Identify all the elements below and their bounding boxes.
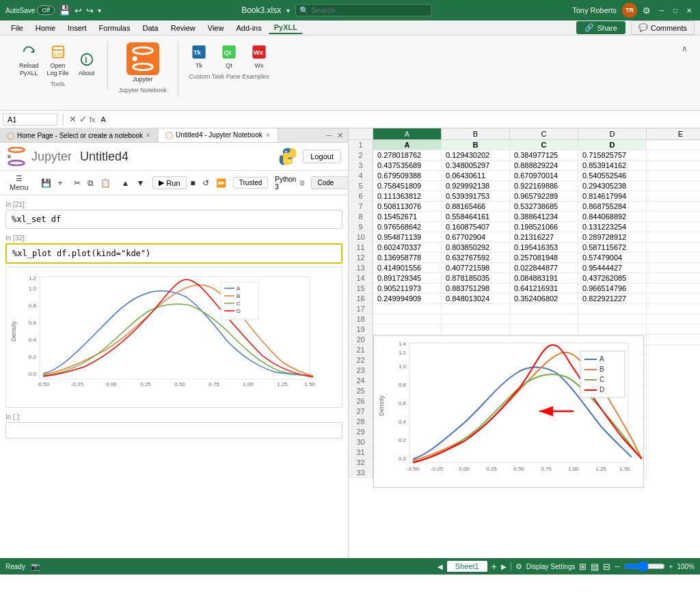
wx-button[interactable]: Wx Wx: [247, 41, 271, 70]
cell-data[interactable]: 0.822921227: [578, 294, 647, 304]
jupyter-notebook-tab[interactable]: ◯ Untitled4 - Jupyter Notebook ✕: [159, 128, 278, 142]
cell-data[interactable]: [647, 243, 700, 253]
zoom-out-icon[interactable]: ─: [615, 563, 619, 570]
cell-data[interactable]: [647, 212, 700, 222]
cell-data[interactable]: 0.905211973: [373, 283, 442, 294]
window-controls[interactable]: ─ □ ✕: [656, 5, 695, 16]
col-header-E[interactable]: E: [647, 128, 700, 139]
cell-data[interactable]: 0.388641234: [510, 212, 578, 222]
cell-data[interactable]: [647, 283, 700, 294]
cell-data[interactable]: [647, 150, 700, 161]
cell-data[interactable]: 0.88165466: [442, 202, 510, 212]
save-cell-button[interactable]: 💾: [38, 177, 54, 189]
jupyter-button[interactable]: Jupyter: [124, 41, 162, 84]
sheet-tab-sheet1[interactable]: Sheet1: [447, 561, 487, 572]
cell-data[interactable]: 0.129430202: [442, 150, 510, 161]
cell-data[interactable]: 0.278018762: [373, 150, 442, 161]
maximize-button[interactable]: □: [670, 5, 681, 16]
cell-data[interactable]: 0.848013024: [442, 294, 510, 304]
col-header-C[interactable]: C: [510, 128, 578, 139]
cell-data[interactable]: 0.641216931: [510, 283, 578, 294]
cell-2-input[interactable]: %xl_plot df.plot(kind="kde"): [5, 243, 342, 264]
cell-data[interactable]: 0.257081948: [510, 253, 578, 263]
menu-insert[interactable]: Insert: [62, 23, 92, 33]
cell-data[interactable]: 0.384977125: [510, 150, 578, 161]
cell-E1[interactable]: [647, 140, 700, 150]
ribbon-collapse-button[interactable]: ∧: [677, 42, 692, 55]
cell-data[interactable]: 0.198521066: [510, 222, 578, 232]
cell-data[interactable]: 0.878185035: [442, 273, 510, 283]
cell-data[interactable]: [647, 263, 700, 273]
cell-data[interactable]: 0.532738685: [510, 202, 578, 212]
cell-data[interactable]: 0.853914162: [578, 161, 647, 171]
col-header-D[interactable]: D: [578, 128, 647, 139]
display-settings-icon[interactable]: ⚙: [515, 562, 522, 571]
cell-data[interactable]: 0.679509388: [373, 171, 442, 181]
cell-reference-input[interactable]: [3, 113, 57, 126]
cell-data[interactable]: 0.57479004: [578, 253, 647, 263]
cell-data[interactable]: 0.437262085: [578, 273, 647, 283]
cell-C1[interactable]: C: [510, 140, 578, 150]
restart-button[interactable]: ↺: [200, 177, 212, 189]
cell-data[interactable]: 0.67702904: [442, 232, 510, 243]
sheet-tab-left-arrow[interactable]: ◀: [438, 563, 443, 570]
close-button[interactable]: ✕: [684, 5, 695, 16]
sheet-tab-right-arrow[interactable]: ▶: [501, 563, 507, 570]
cell-data[interactable]: [647, 202, 700, 212]
jupyter-notebook-tab-close[interactable]: ✕: [265, 132, 271, 139]
redo-icon[interactable]: ↪: [86, 5, 94, 16]
zoom-in-icon[interactable]: +: [669, 563, 673, 570]
cell-data[interactable]: 0.95444427: [578, 263, 647, 273]
cell-data[interactable]: 0.929992138: [442, 181, 510, 191]
menu-view[interactable]: View: [202, 23, 230, 33]
col-header-A[interactable]: A: [373, 128, 442, 139]
cell-data[interactable]: 0.976568642: [373, 222, 442, 232]
jupyter-tab-home[interactable]: ◯ Home Page - Select or create a noteboo…: [0, 129, 159, 142]
menu-data[interactable]: Data: [137, 23, 163, 33]
cell-data[interactable]: [647, 191, 700, 202]
page-break-icon[interactable]: ⊟: [603, 562, 610, 572]
cell-data[interactable]: 0.084883191: [510, 273, 578, 283]
cell-data[interactable]: 0.758451809: [373, 181, 442, 191]
cell-data[interactable]: 0.022844877: [510, 263, 578, 273]
logout-button[interactable]: Logout: [303, 150, 341, 163]
cell-1-input[interactable]: %xl_set df: [5, 210, 342, 229]
cell-data[interactable]: 0.508113076: [373, 202, 442, 212]
cell-data[interactable]: 0.195416353: [510, 243, 578, 253]
search-input[interactable]: [295, 4, 432, 16]
restart-run-button[interactable]: ⏩: [213, 177, 229, 189]
panel-close-button[interactable]: ✕: [335, 130, 345, 141]
cell-data[interactable]: [647, 161, 700, 171]
qt-button[interactable]: Qt Qt: [217, 41, 241, 70]
cell-data[interactable]: 0.602470337: [373, 243, 442, 253]
cell-data[interactable]: 0.131223254: [578, 222, 647, 232]
cell-data[interactable]: 0.922169886: [510, 181, 578, 191]
autosave-toggle[interactable]: Off: [37, 5, 55, 15]
cell-D1[interactable]: D: [578, 140, 647, 150]
move-up-button[interactable]: ▲: [119, 177, 133, 189]
cell-data[interactable]: 0.289728912: [578, 232, 647, 243]
cell-data[interactable]: 0.437535689: [373, 161, 442, 171]
cut-cell-button[interactable]: ✂: [71, 177, 83, 189]
page-layout-icon[interactable]: ▤: [591, 562, 599, 572]
cell-data[interactable]: 0.844068892: [578, 212, 647, 222]
cell-data[interactable]: 0.06430611: [442, 171, 510, 181]
cell-data[interactable]: 0.136958778: [373, 253, 442, 263]
cell-data[interactable]: [647, 273, 700, 283]
jupyter-home-tab-close[interactable]: ✕: [146, 132, 151, 139]
cancel-formula-icon[interactable]: ✕: [69, 114, 77, 124]
tk-button[interactable]: Tk Tk: [187, 41, 211, 70]
confirm-formula-icon[interactable]: ✓: [79, 114, 87, 124]
cell-data[interactable]: 0.21316227: [510, 232, 578, 243]
move-down-button[interactable]: ▼: [133, 177, 147, 189]
about-button[interactable]: i About: [75, 49, 99, 78]
cell-data[interactable]: 0.294305238: [578, 181, 647, 191]
cell-data[interactable]: [647, 232, 700, 243]
paste-cell-button[interactable]: 📋: [98, 177, 113, 189]
cell-data[interactable]: 0.954871139: [373, 232, 442, 243]
cell-data[interactable]: 0.868755284: [578, 202, 647, 212]
cell-A1[interactable]: A: [373, 140, 442, 150]
zoom-slider[interactable]: [624, 561, 665, 572]
cell-data[interactable]: 0.632767592: [442, 253, 510, 263]
cell-data[interactable]: 0.540552546: [578, 171, 647, 181]
